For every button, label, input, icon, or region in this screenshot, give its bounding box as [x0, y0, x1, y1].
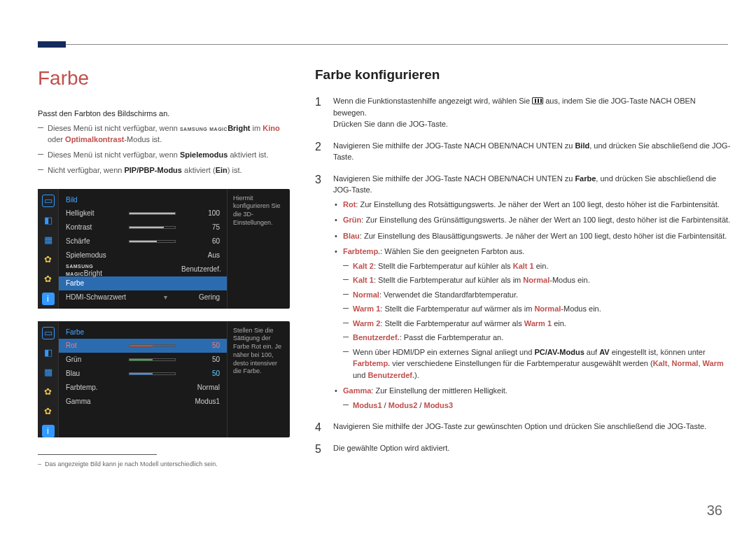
info-icon: i — [42, 425, 55, 437]
row-rot-selected: Rot50 — [59, 339, 227, 353]
monitor-icon: ▭ — [42, 195, 55, 207]
step-4: Navigieren Sie mithilfe der JOG-Taste zu… — [315, 421, 731, 433]
availability-notes: Dieses Menü ist nicht verfügbar, wenn SA… — [38, 123, 290, 176]
menu-icon — [532, 97, 543, 104]
window-icon: ◧ — [42, 346, 55, 359]
opt-gamma: Gamma: Zur Einstellung der mittleren Hel… — [333, 385, 731, 411]
farbtemp-sublist: Kalt 2: Stellt die Farbtemperatur auf kü… — [343, 260, 731, 381]
page-number: 36 — [707, 503, 722, 519]
color-options: Rot: Zur Einstellung des Rotsättigungswe… — [333, 199, 731, 412]
sub-warm2: Warm 2: Stellt die Farbtemperatur auf wä… — [343, 318, 731, 330]
opt-rot: Rot: Zur Einstellung des Rotsättigungswe… — [333, 199, 731, 211]
row-farbe-selected: Farbe — [59, 276, 227, 290]
sub-normal: Normal: Verwendet die Standardfarbtemper… — [343, 289, 731, 301]
opt-gruen: Grün: Zur Einstellung des Grünsättigungs… — [333, 214, 731, 226]
sub-hdmi-note: Wenn über HDMI/DP ein externes Signal an… — [343, 346, 731, 381]
osd-farbe: ▭ ◧ ▦ ✿ ✿ i Farbe Rot50 Grün50 Blau50 Fa… — [38, 321, 290, 437]
step-3: Navigieren Sie mithilfe der JOG-Taste NA… — [315, 173, 731, 412]
row-spielemodus: SpielemodusAus — [59, 248, 227, 262]
steps-list: Wenn die Funktionstastenhilfe angezeigt … — [315, 95, 731, 454]
opt-farbtemp: Farbtemp.: Wählen Sie den geeigneten Far… — [333, 246, 731, 381]
window-icon: ◧ — [42, 214, 55, 227]
note-3: Nicht verfügbar, wenn PIP/PBP-Modus akti… — [38, 165, 290, 176]
heading-konfigurieren: Farbe konfigurieren — [315, 67, 731, 83]
opt-blau: Blau: Zur Einstellung des Blausättigungs… — [333, 230, 731, 242]
gear-icon: ✿ — [42, 386, 55, 398]
row-magicbright: SAMSUNG MAGICBrightBenutzerdef. — [59, 262, 227, 276]
osd-bild: ▭ ◧ ▦ ✿ ✿ i Bild Helligkeit100 Kontrast7… — [38, 189, 290, 309]
heading-farbe: Farbe — [38, 67, 290, 90]
row-schaerfe: Schärfe60 — [59, 234, 227, 248]
info-icon: i — [42, 293, 55, 305]
osd1-title: Bild — [59, 193, 227, 206]
osd2-hint: Stellen Sie die Sättigung der Farbe Rot … — [227, 321, 290, 437]
osd-icon-rail: ▭ ◧ ▦ ✿ ✿ i — [38, 189, 59, 309]
footnote-rule — [38, 454, 157, 455]
step-1: Wenn die Funktionstastenhilfe angezeigt … — [315, 95, 731, 130]
osd2-title: Farbe — [59, 325, 227, 339]
row-kontrast: Kontrast75 — [59, 220, 227, 234]
step-5: Die gewählte Option wird aktiviert. — [315, 442, 731, 454]
sub-kalt1: Kalt 1: Stellt die Farbtemperatur auf kü… — [343, 274, 731, 286]
gear-icon-2: ✿ — [42, 405, 55, 418]
left-column: Farbe Passt den Farbton des Bildschirms … — [38, 67, 290, 468]
step-2: Navigieren Sie mithilfe der JOG-Taste NA… — [315, 140, 731, 163]
grid-icon: ▦ — [42, 234, 55, 246]
footnote: Das angezeigte Bild kann je nach Modell … — [38, 461, 290, 468]
monitor-icon: ▭ — [42, 327, 55, 339]
sub-warm1: Warm 1: Stellt die Farbtemperatur auf wä… — [343, 303, 731, 315]
gamma-sublist: Modus1 / Modus2 / Modus3 — [343, 400, 731, 412]
row-helligkeit: Helligkeit100 — [59, 206, 227, 220]
sub-benutz: Benutzerdef.: Passt die Farbtemperatur a… — [343, 332, 731, 344]
osd1-hint: Hiermit konfigurieren Sie die 3D-Einstel… — [227, 189, 290, 309]
osd-icon-rail-2: ▭ ◧ ▦ ✿ ✿ i — [38, 321, 59, 437]
row-blau: Blau50 — [59, 367, 227, 381]
sub-kalt2: Kalt 2: Stellt die Farbtemperatur auf kü… — [343, 260, 731, 272]
gamma-modes: Modus1 / Modus2 / Modus3 — [343, 400, 731, 412]
gear-icon-2: ✿ — [42, 273, 55, 286]
row-gruen: Grün50 — [59, 353, 227, 367]
intro-text: Passt den Farbton des Bildschirms an. — [38, 109, 290, 118]
right-column: Farbe konfigurieren Wenn die Funktionsta… — [315, 67, 731, 468]
row-gamma: GammaModus1 — [59, 395, 227, 409]
row-farbtemp: Farbtemp.Normal — [59, 381, 227, 395]
header-rule — [38, 44, 728, 45]
gear-icon: ✿ — [42, 253, 55, 266]
note-1: Dieses Menü ist nicht verfügbar, wenn SA… — [38, 123, 290, 146]
grid-icon: ▦ — [42, 366, 55, 379]
header-accent — [38, 41, 66, 48]
row-hdmi: HDMI-Schwarzwert▾Gering — [59, 290, 227, 304]
note-2: Dieses Menü ist nicht verfügbar, wenn Sp… — [38, 150, 290, 161]
